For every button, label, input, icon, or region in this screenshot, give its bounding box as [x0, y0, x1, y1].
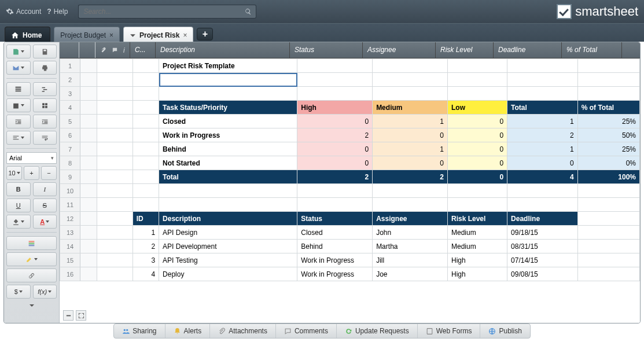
tab-row: Home Project Budget × Project Risk × +: [0, 23, 644, 42]
save-button[interactable]: [33, 45, 57, 58]
format-toolbar: Arial▾ 10 + − B I U S A $ f(x): [4, 42, 60, 323]
bell-icon: [174, 328, 181, 335]
alerts-button[interactable]: Alerts: [165, 324, 211, 338]
info-icon: i: [123, 46, 125, 54]
indent-in-button[interactable]: [33, 115, 57, 128]
gear-icon: [6, 8, 14, 16]
row-number: 1: [60, 59, 80, 73]
row[interactable]: 2: [60, 73, 640, 87]
wrap-button[interactable]: [33, 131, 57, 145]
web-forms-button[interactable]: Web Forms: [418, 324, 481, 338]
tab-project-risk[interactable]: Project Risk ×: [123, 27, 193, 42]
font-name: Arial: [9, 155, 22, 161]
sheet-grid[interactable]: i C... Description Status Assignee Risk …: [60, 42, 640, 323]
col-deadline[interactable]: Deadline: [494, 42, 562, 58]
form-icon: [426, 328, 433, 335]
search-input[interactable]: [78, 5, 240, 19]
tab-home[interactable]: Home: [5, 27, 50, 42]
summary-total-row[interactable]: 9 Total 2 2 0 4 100%: [60, 170, 640, 184]
column-header-row: i C... Description Status Assignee Risk …: [60, 42, 640, 58]
col-risk-level[interactable]: Risk Level: [436, 42, 494, 58]
font-increase-button[interactable]: +: [24, 166, 39, 180]
underline-button[interactable]: U: [6, 198, 31, 212]
print-button[interactable]: [33, 61, 57, 75]
summary-row[interactable]: 5 Closed 0 1 0 1 25%: [60, 115, 640, 128]
indent-out-button[interactable]: [6, 115, 31, 128]
row[interactable]: 1 Project Risk Template: [60, 59, 640, 73]
formula-button[interactable]: f(x): [33, 285, 57, 299]
svg-rect-2: [29, 244, 35, 246]
svg-point-3: [124, 329, 126, 330]
paperclip-icon: [100, 47, 106, 53]
col-id[interactable]: C...: [130, 42, 156, 58]
topbar: Account ? Help smartsheet: [0, 0, 644, 23]
publish-button[interactable]: Publish: [480, 324, 529, 338]
selected-cell[interactable]: [159, 73, 297, 87]
fill-color-button[interactable]: [6, 215, 31, 229]
col-pct-total[interactable]: % of Total: [562, 42, 622, 58]
bold-button[interactable]: B: [6, 182, 31, 196]
col-assignee[interactable]: Assignee: [363, 42, 436, 58]
summary-row[interactable]: 7 Behind 0 1 0 1 25%: [60, 142, 640, 156]
account-link[interactable]: Account: [6, 8, 41, 16]
task-row[interactable]: 14 2 API Development Behind Martha Mediu…: [60, 240, 640, 253]
add-tab-button[interactable]: +: [197, 28, 213, 41]
row[interactable]: 11: [60, 198, 640, 212]
collapse-all-button[interactable]: [63, 310, 73, 321]
col-description[interactable]: Description: [156, 42, 290, 58]
expand-all-button[interactable]: [76, 310, 86, 321]
new-sheet-button[interactable]: [6, 45, 31, 58]
conditional-format-button[interactable]: [6, 236, 57, 250]
tab-home-label: Home: [23, 31, 42, 39]
people-icon: [122, 328, 130, 335]
summary-row[interactable]: 8 Not Started 0 0 0 0 0%: [60, 156, 640, 170]
attachments-button[interactable]: Attachments: [210, 324, 276, 338]
comment-icon: [284, 328, 292, 335]
toolbar-collapse-button[interactable]: [6, 301, 57, 311]
help-link[interactable]: ? Help: [47, 8, 68, 16]
italic-button[interactable]: I: [33, 182, 57, 196]
task-row[interactable]: 16 4 Deploy Work in Progress Joe High 09…: [60, 267, 640, 281]
tab-close-icon[interactable]: ×: [183, 31, 187, 39]
highlight-button[interactable]: [6, 252, 57, 266]
grid-view-button[interactable]: [6, 82, 31, 96]
chevron-down-icon[interactable]: [130, 32, 136, 39]
tab-project-budget[interactable]: Project Budget ×: [54, 27, 120, 42]
question-icon: ?: [47, 8, 51, 16]
align-button[interactable]: [6, 131, 31, 145]
font-select[interactable]: Arial▾: [6, 152, 57, 164]
col-status[interactable]: Status: [290, 42, 363, 58]
attachment-header: i: [95, 42, 130, 58]
grid-table: 1 Project Risk Template 2 3 4 Task Statu…: [60, 58, 640, 281]
email-button[interactable]: [6, 61, 31, 75]
gantt-view-button[interactable]: [33, 82, 57, 96]
strike-button[interactable]: S: [33, 198, 57, 212]
summary-header-row[interactable]: 4 Task Status/Priority High Medium Low T…: [60, 101, 640, 115]
task-row[interactable]: 15 3 API Testing Work in Progress Jill H…: [60, 253, 640, 267]
row[interactable]: 3: [60, 87, 640, 101]
update-requests-button[interactable]: Update Requests: [337, 324, 418, 338]
svg-rect-1: [29, 242, 35, 244]
svg-rect-5: [427, 328, 432, 334]
search-wrap: [78, 5, 256, 19]
bottom-bar: Sharing Alerts Attachments Comments Upda…: [0, 323, 644, 340]
row[interactable]: 10: [60, 184, 640, 198]
calendar-view-button[interactable]: [6, 98, 31, 112]
paperclip-icon: [218, 328, 226, 335]
currency-button[interactable]: $: [6, 285, 31, 299]
summary-row[interactable]: 6 Work in Progress 2 0 0 2 50%: [60, 128, 640, 142]
tab-label: Project Risk: [139, 31, 179, 39]
refresh-icon: [345, 328, 352, 335]
tab-close-icon[interactable]: ×: [109, 31, 113, 39]
text-color-button[interactable]: A: [33, 215, 57, 229]
font-decrease-button[interactable]: −: [41, 166, 57, 180]
sharing-button[interactable]: Sharing: [114, 324, 165, 338]
comments-button[interactable]: Comments: [276, 324, 337, 338]
link-button[interactable]: [6, 269, 57, 282]
search-button[interactable]: [240, 5, 256, 19]
task-row[interactable]: 13 1 API Design Closed John Medium 09/18…: [60, 226, 640, 240]
task-header-row[interactable]: 12 ID Description Status Assignee Risk L…: [60, 212, 640, 226]
comment-icon: [112, 47, 118, 53]
card-view-button[interactable]: [33, 98, 57, 112]
font-size-select[interactable]: 10: [6, 166, 22, 180]
